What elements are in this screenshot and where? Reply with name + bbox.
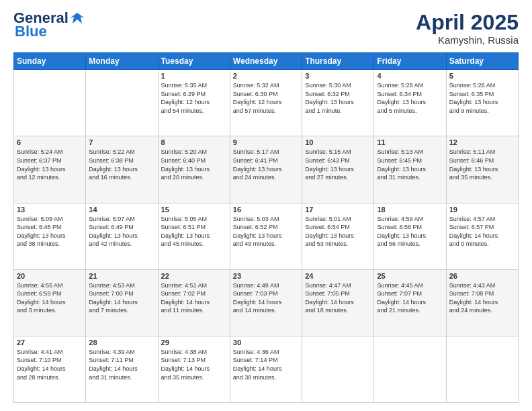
day-number: 1	[161, 72, 227, 80]
day-info: Sunrise: 5:24 AM Sunset: 6:37 PM Dayligh…	[17, 148, 83, 181]
logo: General Blue	[13, 11, 86, 40]
calendar-cell	[86, 70, 158, 136]
day-number: 3	[305, 72, 371, 80]
calendar-cell: 21Sunrise: 4:53 AM Sunset: 7:00 PM Dayli…	[86, 269, 158, 336]
day-info: Sunrise: 5:01 AM Sunset: 6:54 PM Dayligh…	[305, 215, 371, 248]
calendar-cell: 15Sunrise: 5:05 AM Sunset: 6:51 PM Dayli…	[158, 203, 230, 269]
day-info: Sunrise: 5:32 AM Sunset: 6:30 PM Dayligh…	[233, 81, 299, 115]
header-friday: Friday	[374, 53, 446, 70]
logo-bird-icon	[70, 11, 85, 25]
calendar-table: Sunday Monday Tuesday Wednesday Thursday…	[13, 52, 519, 403]
day-number: 4	[377, 72, 443, 80]
day-number: 17	[305, 205, 371, 214]
day-number: 10	[305, 138, 371, 146]
header-thursday: Thursday	[302, 53, 374, 70]
day-info: Sunrise: 5:09 AM Sunset: 6:48 PM Dayligh…	[17, 215, 83, 248]
day-info: Sunrise: 5:15 AM Sunset: 6:43 PM Dayligh…	[305, 148, 371, 181]
day-info: Sunrise: 4:49 AM Sunset: 7:03 PM Dayligh…	[233, 281, 299, 315]
day-number: 29	[161, 338, 227, 347]
day-info: Sunrise: 5:28 AM Sunset: 6:34 PM Dayligh…	[377, 81, 443, 115]
calendar-cell: 19Sunrise: 4:57 AM Sunset: 6:57 PM Dayli…	[446, 203, 518, 269]
day-number: 20	[17, 272, 83, 280]
calendar-cell: 6Sunrise: 5:24 AM Sunset: 6:37 PM Daylig…	[14, 136, 86, 203]
day-info: Sunrise: 4:41 AM Sunset: 7:10 PM Dayligh…	[17, 348, 83, 381]
header-tuesday: Tuesday	[158, 53, 230, 70]
day-info: Sunrise: 5:20 AM Sunset: 6:40 PM Dayligh…	[161, 148, 227, 181]
calendar-cell: 27Sunrise: 4:41 AM Sunset: 7:10 PM Dayli…	[14, 336, 86, 402]
calendar-cell: 3Sunrise: 5:30 AM Sunset: 6:32 PM Daylig…	[302, 70, 374, 136]
day-number: 16	[233, 205, 299, 214]
day-info: Sunrise: 4:47 AM Sunset: 7:05 PM Dayligh…	[305, 281, 371, 315]
day-info: Sunrise: 5:35 AM Sunset: 6:29 PM Dayligh…	[161, 81, 227, 115]
calendar-cell	[302, 336, 374, 402]
day-number: 21	[89, 272, 154, 280]
calendar-cell: 29Sunrise: 4:38 AM Sunset: 7:13 PM Dayli…	[158, 336, 230, 402]
day-info: Sunrise: 5:03 AM Sunset: 6:52 PM Dayligh…	[233, 215, 299, 248]
day-number: 7	[89, 138, 154, 146]
location-title: Kamyshin, Russia	[416, 34, 519, 46]
header-wednesday: Wednesday	[230, 53, 302, 70]
day-info: Sunrise: 5:11 AM Sunset: 6:46 PM Dayligh…	[449, 148, 515, 181]
calendar-cell	[446, 336, 518, 402]
calendar-cell: 12Sunrise: 5:11 AM Sunset: 6:46 PM Dayli…	[446, 136, 518, 203]
calendar-cell: 8Sunrise: 5:20 AM Sunset: 6:40 PM Daylig…	[158, 136, 230, 203]
header-monday: Monday	[86, 53, 158, 70]
day-info: Sunrise: 5:05 AM Sunset: 6:51 PM Dayligh…	[161, 215, 227, 248]
calendar-cell: 25Sunrise: 4:45 AM Sunset: 7:07 PM Dayli…	[374, 269, 446, 336]
day-number: 13	[17, 205, 83, 214]
day-number: 6	[17, 138, 83, 146]
day-info: Sunrise: 4:39 AM Sunset: 7:11 PM Dayligh…	[89, 348, 154, 381]
calendar-week-row: 1Sunrise: 5:35 AM Sunset: 6:29 PM Daylig…	[14, 70, 519, 136]
weekday-header-row: Sunday Monday Tuesday Wednesday Thursday…	[14, 53, 519, 70]
page: General Blue April 2025 Kamyshin, Russia…	[0, 0, 532, 411]
day-number: 30	[233, 338, 299, 347]
day-info: Sunrise: 5:07 AM Sunset: 6:49 PM Dayligh…	[89, 215, 154, 248]
calendar-week-row: 20Sunrise: 4:55 AM Sunset: 6:59 PM Dayli…	[14, 269, 519, 336]
header-sunday: Sunday	[14, 53, 86, 70]
day-number: 24	[305, 272, 371, 280]
day-number: 2	[233, 72, 299, 80]
calendar-week-row: 27Sunrise: 4:41 AM Sunset: 7:10 PM Dayli…	[14, 336, 519, 402]
calendar-cell: 2Sunrise: 5:32 AM Sunset: 6:30 PM Daylig…	[230, 70, 302, 136]
day-number: 15	[161, 205, 227, 214]
header: General Blue April 2025 Kamyshin, Russia	[13, 11, 519, 46]
day-number: 12	[449, 138, 515, 146]
day-info: Sunrise: 4:53 AM Sunset: 7:00 PM Dayligh…	[89, 281, 154, 315]
calendar-cell: 28Sunrise: 4:39 AM Sunset: 7:11 PM Dayli…	[86, 336, 158, 402]
calendar-cell: 30Sunrise: 4:36 AM Sunset: 7:14 PM Dayli…	[230, 336, 302, 402]
day-info: Sunrise: 4:43 AM Sunset: 7:08 PM Dayligh…	[449, 281, 515, 315]
day-info: Sunrise: 4:59 AM Sunset: 6:56 PM Dayligh…	[377, 215, 443, 248]
day-info: Sunrise: 5:17 AM Sunset: 6:41 PM Dayligh…	[233, 148, 299, 181]
calendar-cell: 10Sunrise: 5:15 AM Sunset: 6:43 PM Dayli…	[302, 136, 374, 203]
calendar-cell: 18Sunrise: 4:59 AM Sunset: 6:56 PM Dayli…	[374, 203, 446, 269]
day-info: Sunrise: 4:45 AM Sunset: 7:07 PM Dayligh…	[377, 281, 443, 315]
calendar-cell: 9Sunrise: 5:17 AM Sunset: 6:41 PM Daylig…	[230, 136, 302, 203]
day-number: 27	[17, 338, 83, 347]
calendar-cell: 16Sunrise: 5:03 AM Sunset: 6:52 PM Dayli…	[230, 203, 302, 269]
day-info: Sunrise: 4:51 AM Sunset: 7:02 PM Dayligh…	[161, 281, 227, 315]
day-number: 22	[161, 272, 227, 280]
day-number: 23	[233, 272, 299, 280]
calendar-cell: 5Sunrise: 5:26 AM Sunset: 6:35 PM Daylig…	[446, 70, 518, 136]
calendar-cell: 22Sunrise: 4:51 AM Sunset: 7:02 PM Dayli…	[158, 269, 230, 336]
day-info: Sunrise: 5:30 AM Sunset: 6:32 PM Dayligh…	[305, 81, 371, 115]
calendar-cell: 4Sunrise: 5:28 AM Sunset: 6:34 PM Daylig…	[374, 70, 446, 136]
day-number: 26	[449, 272, 515, 280]
day-number: 8	[161, 138, 227, 146]
day-info: Sunrise: 4:38 AM Sunset: 7:13 PM Dayligh…	[161, 348, 227, 381]
day-info: Sunrise: 5:13 AM Sunset: 6:45 PM Dayligh…	[377, 148, 443, 181]
day-info: Sunrise: 4:55 AM Sunset: 6:59 PM Dayligh…	[17, 281, 83, 315]
day-number: 25	[377, 272, 443, 280]
day-number: 11	[377, 138, 443, 146]
calendar-cell: 20Sunrise: 4:55 AM Sunset: 6:59 PM Dayli…	[14, 269, 86, 336]
day-info: Sunrise: 5:22 AM Sunset: 6:38 PM Dayligh…	[89, 148, 154, 181]
month-title: April 2025	[416, 11, 519, 34]
day-number: 9	[233, 138, 299, 146]
day-info: Sunrise: 4:36 AM Sunset: 7:14 PM Dayligh…	[233, 348, 299, 381]
day-info: Sunrise: 5:26 AM Sunset: 6:35 PM Dayligh…	[449, 81, 515, 115]
calendar-week-row: 6Sunrise: 5:24 AM Sunset: 6:37 PM Daylig…	[14, 136, 519, 203]
svg-marker-0	[70, 13, 85, 24]
calendar-cell: 13Sunrise: 5:09 AM Sunset: 6:48 PM Dayli…	[14, 203, 86, 269]
calendar-cell	[14, 70, 86, 136]
day-number: 19	[449, 205, 515, 214]
